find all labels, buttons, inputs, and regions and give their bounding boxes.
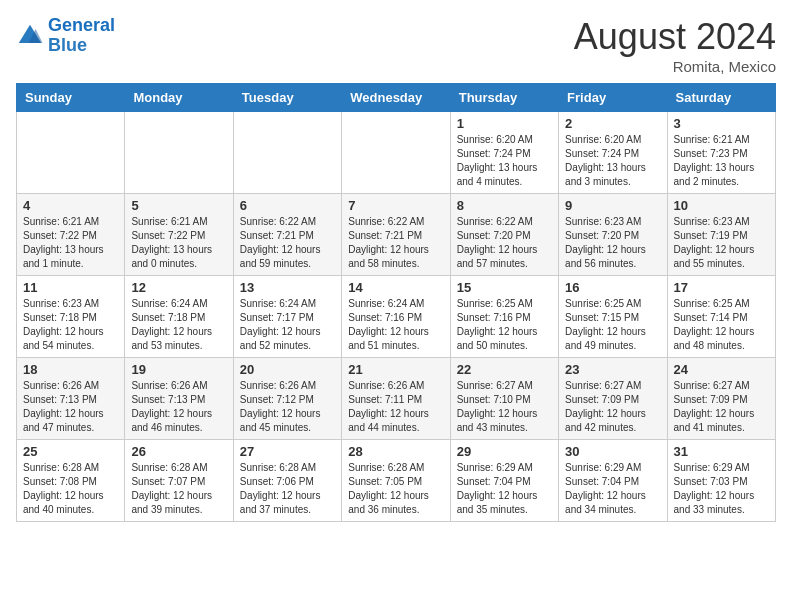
day-number: 16 bbox=[565, 280, 660, 295]
calendar-cell: 8Sunrise: 6:22 AM Sunset: 7:20 PM Daylig… bbox=[450, 194, 558, 276]
day-info: Sunrise: 6:24 AM Sunset: 7:18 PM Dayligh… bbox=[131, 297, 226, 353]
month-year: August 2024 bbox=[574, 16, 776, 58]
calendar-cell: 14Sunrise: 6:24 AM Sunset: 7:16 PM Dayli… bbox=[342, 276, 450, 358]
day-info: Sunrise: 6:20 AM Sunset: 7:24 PM Dayligh… bbox=[565, 133, 660, 189]
day-number: 20 bbox=[240, 362, 335, 377]
calendar-cell: 1Sunrise: 6:20 AM Sunset: 7:24 PM Daylig… bbox=[450, 112, 558, 194]
calendar-cell: 23Sunrise: 6:27 AM Sunset: 7:09 PM Dayli… bbox=[559, 358, 667, 440]
weekday-saturday: Saturday bbox=[667, 84, 775, 112]
calendar-cell: 2Sunrise: 6:20 AM Sunset: 7:24 PM Daylig… bbox=[559, 112, 667, 194]
day-number: 23 bbox=[565, 362, 660, 377]
day-info: Sunrise: 6:22 AM Sunset: 7:21 PM Dayligh… bbox=[348, 215, 443, 271]
calendar-cell: 12Sunrise: 6:24 AM Sunset: 7:18 PM Dayli… bbox=[125, 276, 233, 358]
week-row-1: 1Sunrise: 6:20 AM Sunset: 7:24 PM Daylig… bbox=[17, 112, 776, 194]
location: Romita, Mexico bbox=[574, 58, 776, 75]
calendar-cell: 10Sunrise: 6:23 AM Sunset: 7:19 PM Dayli… bbox=[667, 194, 775, 276]
day-info: Sunrise: 6:28 AM Sunset: 7:06 PM Dayligh… bbox=[240, 461, 335, 517]
calendar-cell: 22Sunrise: 6:27 AM Sunset: 7:10 PM Dayli… bbox=[450, 358, 558, 440]
day-number: 13 bbox=[240, 280, 335, 295]
day-info: Sunrise: 6:21 AM Sunset: 7:23 PM Dayligh… bbox=[674, 133, 769, 189]
day-info: Sunrise: 6:28 AM Sunset: 7:08 PM Dayligh… bbox=[23, 461, 118, 517]
day-number: 2 bbox=[565, 116, 660, 131]
day-info: Sunrise: 6:23 AM Sunset: 7:19 PM Dayligh… bbox=[674, 215, 769, 271]
day-number: 9 bbox=[565, 198, 660, 213]
day-number: 12 bbox=[131, 280, 226, 295]
day-number: 5 bbox=[131, 198, 226, 213]
calendar-cell: 29Sunrise: 6:29 AM Sunset: 7:04 PM Dayli… bbox=[450, 440, 558, 522]
calendar-cell: 31Sunrise: 6:29 AM Sunset: 7:03 PM Dayli… bbox=[667, 440, 775, 522]
calendar-cell: 20Sunrise: 6:26 AM Sunset: 7:12 PM Dayli… bbox=[233, 358, 341, 440]
day-number: 10 bbox=[674, 198, 769, 213]
day-info: Sunrise: 6:28 AM Sunset: 7:05 PM Dayligh… bbox=[348, 461, 443, 517]
logo-icon bbox=[16, 22, 44, 50]
day-number: 29 bbox=[457, 444, 552, 459]
calendar-cell: 25Sunrise: 6:28 AM Sunset: 7:08 PM Dayli… bbox=[17, 440, 125, 522]
day-info: Sunrise: 6:23 AM Sunset: 7:18 PM Dayligh… bbox=[23, 297, 118, 353]
calendar-cell: 11Sunrise: 6:23 AM Sunset: 7:18 PM Dayli… bbox=[17, 276, 125, 358]
week-row-5: 25Sunrise: 6:28 AM Sunset: 7:08 PM Dayli… bbox=[17, 440, 776, 522]
day-info: Sunrise: 6:27 AM Sunset: 7:10 PM Dayligh… bbox=[457, 379, 552, 435]
day-number: 19 bbox=[131, 362, 226, 377]
calendar-cell bbox=[125, 112, 233, 194]
day-info: Sunrise: 6:25 AM Sunset: 7:16 PM Dayligh… bbox=[457, 297, 552, 353]
calendar-cell: 5Sunrise: 6:21 AM Sunset: 7:22 PM Daylig… bbox=[125, 194, 233, 276]
day-number: 30 bbox=[565, 444, 660, 459]
day-number: 7 bbox=[348, 198, 443, 213]
day-number: 27 bbox=[240, 444, 335, 459]
day-info: Sunrise: 6:29 AM Sunset: 7:04 PM Dayligh… bbox=[565, 461, 660, 517]
day-number: 24 bbox=[674, 362, 769, 377]
day-number: 4 bbox=[23, 198, 118, 213]
calendar-cell: 24Sunrise: 6:27 AM Sunset: 7:09 PM Dayli… bbox=[667, 358, 775, 440]
weekday-wednesday: Wednesday bbox=[342, 84, 450, 112]
day-info: Sunrise: 6:21 AM Sunset: 7:22 PM Dayligh… bbox=[131, 215, 226, 271]
calendar-cell: 15Sunrise: 6:25 AM Sunset: 7:16 PM Dayli… bbox=[450, 276, 558, 358]
day-number: 28 bbox=[348, 444, 443, 459]
day-info: Sunrise: 6:25 AM Sunset: 7:15 PM Dayligh… bbox=[565, 297, 660, 353]
day-number: 14 bbox=[348, 280, 443, 295]
weekday-header-row: SundayMondayTuesdayWednesdayThursdayFrid… bbox=[17, 84, 776, 112]
weekday-friday: Friday bbox=[559, 84, 667, 112]
day-number: 15 bbox=[457, 280, 552, 295]
calendar-cell: 17Sunrise: 6:25 AM Sunset: 7:14 PM Dayli… bbox=[667, 276, 775, 358]
day-number: 26 bbox=[131, 444, 226, 459]
day-info: Sunrise: 6:28 AM Sunset: 7:07 PM Dayligh… bbox=[131, 461, 226, 517]
week-row-3: 11Sunrise: 6:23 AM Sunset: 7:18 PM Dayli… bbox=[17, 276, 776, 358]
day-number: 17 bbox=[674, 280, 769, 295]
logo: General Blue bbox=[16, 16, 115, 56]
page-header: General Blue August 2024 Romita, Mexico bbox=[16, 16, 776, 75]
day-number: 18 bbox=[23, 362, 118, 377]
day-info: Sunrise: 6:27 AM Sunset: 7:09 PM Dayligh… bbox=[674, 379, 769, 435]
calendar-cell bbox=[342, 112, 450, 194]
weekday-thursday: Thursday bbox=[450, 84, 558, 112]
day-info: Sunrise: 6:23 AM Sunset: 7:20 PM Dayligh… bbox=[565, 215, 660, 271]
weekday-sunday: Sunday bbox=[17, 84, 125, 112]
day-info: Sunrise: 6:22 AM Sunset: 7:20 PM Dayligh… bbox=[457, 215, 552, 271]
day-number: 22 bbox=[457, 362, 552, 377]
calendar-cell: 6Sunrise: 6:22 AM Sunset: 7:21 PM Daylig… bbox=[233, 194, 341, 276]
day-info: Sunrise: 6:24 AM Sunset: 7:16 PM Dayligh… bbox=[348, 297, 443, 353]
day-number: 11 bbox=[23, 280, 118, 295]
calendar-cell: 7Sunrise: 6:22 AM Sunset: 7:21 PM Daylig… bbox=[342, 194, 450, 276]
weekday-tuesday: Tuesday bbox=[233, 84, 341, 112]
calendar-cell: 19Sunrise: 6:26 AM Sunset: 7:13 PM Dayli… bbox=[125, 358, 233, 440]
calendar-cell bbox=[233, 112, 341, 194]
day-number: 3 bbox=[674, 116, 769, 131]
day-info: Sunrise: 6:26 AM Sunset: 7:13 PM Dayligh… bbox=[131, 379, 226, 435]
day-info: Sunrise: 6:27 AM Sunset: 7:09 PM Dayligh… bbox=[565, 379, 660, 435]
logo-text: General Blue bbox=[48, 16, 115, 56]
day-number: 8 bbox=[457, 198, 552, 213]
day-info: Sunrise: 6:26 AM Sunset: 7:11 PM Dayligh… bbox=[348, 379, 443, 435]
calendar-cell: 21Sunrise: 6:26 AM Sunset: 7:11 PM Dayli… bbox=[342, 358, 450, 440]
calendar-cell: 18Sunrise: 6:26 AM Sunset: 7:13 PM Dayli… bbox=[17, 358, 125, 440]
calendar-cell: 9Sunrise: 6:23 AM Sunset: 7:20 PM Daylig… bbox=[559, 194, 667, 276]
day-number: 25 bbox=[23, 444, 118, 459]
calendar-cell: 26Sunrise: 6:28 AM Sunset: 7:07 PM Dayli… bbox=[125, 440, 233, 522]
calendar-cell: 30Sunrise: 6:29 AM Sunset: 7:04 PM Dayli… bbox=[559, 440, 667, 522]
day-info: Sunrise: 6:21 AM Sunset: 7:22 PM Dayligh… bbox=[23, 215, 118, 271]
day-info: Sunrise: 6:20 AM Sunset: 7:24 PM Dayligh… bbox=[457, 133, 552, 189]
day-number: 21 bbox=[348, 362, 443, 377]
day-info: Sunrise: 6:22 AM Sunset: 7:21 PM Dayligh… bbox=[240, 215, 335, 271]
day-info: Sunrise: 6:26 AM Sunset: 7:12 PM Dayligh… bbox=[240, 379, 335, 435]
day-info: Sunrise: 6:24 AM Sunset: 7:17 PM Dayligh… bbox=[240, 297, 335, 353]
day-number: 31 bbox=[674, 444, 769, 459]
